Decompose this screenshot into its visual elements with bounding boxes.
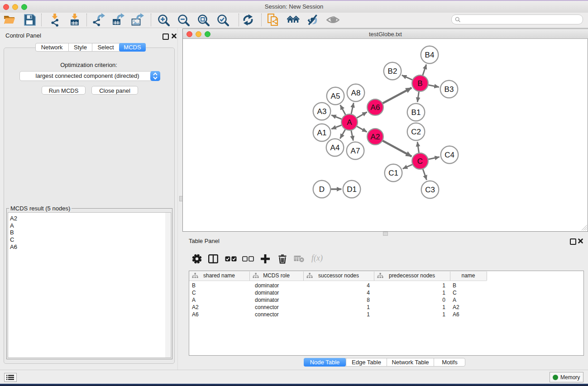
svg-text:B1: B1 xyxy=(411,108,421,117)
svg-text:A8: A8 xyxy=(351,89,361,97)
svg-text:D1: D1 xyxy=(347,185,357,194)
svg-text:D: D xyxy=(319,185,325,194)
svg-text:A: A xyxy=(347,118,352,127)
svg-text:A5: A5 xyxy=(331,92,340,100)
svg-text:A3: A3 xyxy=(317,107,327,116)
svg-text:C2: C2 xyxy=(411,128,421,136)
svg-text:B: B xyxy=(417,79,422,88)
svg-text:C1: C1 xyxy=(388,169,398,177)
svg-text:B4: B4 xyxy=(425,51,435,59)
svg-text:B3: B3 xyxy=(445,85,454,94)
svg-text:C: C xyxy=(417,157,423,166)
svg-text:C3: C3 xyxy=(425,186,435,194)
svg-text:A1: A1 xyxy=(317,129,327,137)
svg-text:A6: A6 xyxy=(371,103,380,112)
svg-text:A7: A7 xyxy=(351,147,360,155)
svg-text:A2: A2 xyxy=(371,133,380,141)
svg-text:A4: A4 xyxy=(330,143,340,152)
svg-text:B2: B2 xyxy=(388,67,397,76)
svg-text:C4: C4 xyxy=(445,151,454,159)
